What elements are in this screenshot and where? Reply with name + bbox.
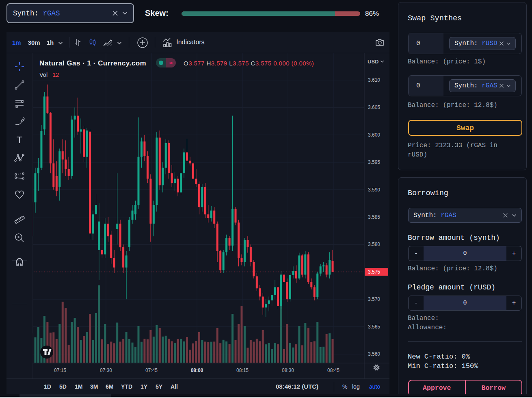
- svg-text:3.580: 3.580: [368, 241, 380, 247]
- svg-text:3.595: 3.595: [368, 159, 380, 165]
- svg-text:3.590: 3.590: [368, 187, 380, 193]
- svg-text:3.565: 3.565: [368, 324, 380, 330]
- svg-text:3.570: 3.570: [368, 296, 380, 302]
- svg-text:08:45: 08:45: [327, 368, 340, 373]
- svg-text:3.610: 3.610: [368, 77, 380, 83]
- svg-text:07:30: 07:30: [100, 368, 112, 373]
- svg-text:08:30: 08:30: [282, 368, 294, 373]
- svg-text:3.600: 3.600: [368, 132, 380, 138]
- svg-text:3.560: 3.560: [368, 351, 380, 357]
- svg-text:08:00: 08:00: [191, 368, 203, 373]
- svg-text:3.575: 3.575: [368, 269, 380, 275]
- svg-text:3.605: 3.605: [368, 104, 380, 110]
- svg-text:07:45: 07:45: [145, 368, 158, 373]
- svg-text:08:15: 08:15: [236, 368, 249, 373]
- svg-text:3.585: 3.585: [368, 214, 380, 220]
- svg-text:07:15: 07:15: [54, 368, 66, 373]
